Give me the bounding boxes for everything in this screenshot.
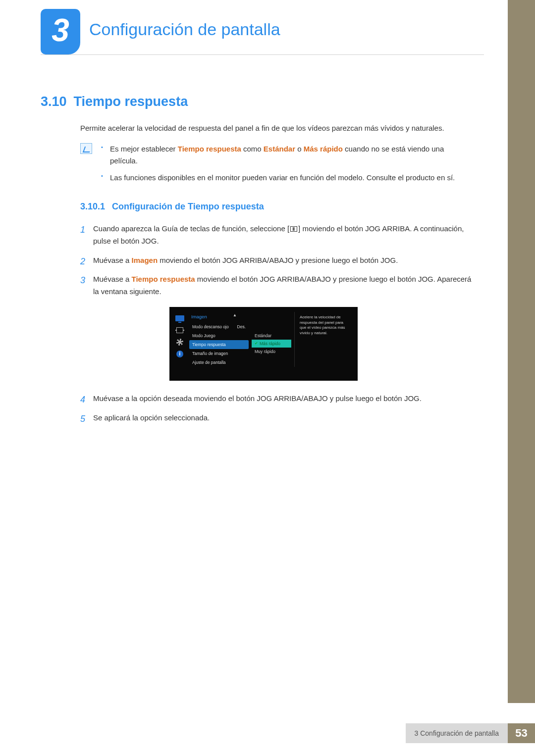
osd-menu: Imagen▲ Modo descanso ojoDes. Modo Juego… bbox=[189, 312, 249, 367]
highlight: Más rápido bbox=[304, 145, 343, 153]
steps-list: 1 Cuando aparezca la Guía de teclas de f… bbox=[80, 223, 472, 298]
step-item: 1 Cuando aparezca la Guía de teclas de f… bbox=[80, 223, 472, 248]
osd-menu-item: Tamaño de imagen bbox=[189, 349, 249, 358]
osd-description: Acelere la velocidad de respuesta del pa… bbox=[294, 312, 353, 367]
page-footer: 3 Configuración de pantalla 53 bbox=[0, 723, 535, 743]
menu-icon bbox=[290, 226, 297, 232]
step-item: 5 Se aplicará la opción seleccionada. bbox=[80, 412, 472, 424]
osd-menu-item-selected: Tiempo respuesta bbox=[189, 340, 249, 349]
subsection-heading: 3.10.1Configuración de Tiempo respuesta bbox=[80, 202, 472, 212]
monitor-icon bbox=[175, 315, 184, 322]
info-icon: i bbox=[175, 351, 184, 357]
note-block: Es mejor establecer Tiempo respuesta com… bbox=[80, 143, 472, 189]
chevron-up-icon: ▲ bbox=[233, 313, 237, 317]
step-number: 1 bbox=[80, 223, 85, 238]
section-intro: Permite acelerar la velocidad de respues… bbox=[80, 122, 472, 134]
step-number: 3 bbox=[80, 273, 85, 288]
osd-menu-item: Ajuste de pantalla bbox=[189, 358, 249, 367]
osd-menu-item: Modo Juego bbox=[189, 331, 249, 340]
step-item: 3 Muévase a Tiempo respuesta moviendo el… bbox=[80, 273, 472, 298]
section-title: Tiempo respuesta bbox=[74, 94, 188, 109]
note-icon bbox=[80, 143, 92, 154]
section-heading: 3.10Tiempo respuesta bbox=[41, 94, 472, 109]
step-item: 2 Muévase a Imagen moviendo el botón JOG… bbox=[80, 254, 472, 267]
osd-menu-header: Imagen▲ bbox=[189, 312, 249, 322]
osd-submenu: Estándar Más rápido Muy rápido bbox=[252, 312, 291, 367]
chapter-number-badge: 3 bbox=[41, 9, 80, 54]
divider bbox=[41, 54, 484, 55]
subsection-title: Configuración de Tiempo respuesta bbox=[112, 202, 264, 211]
subsection-number: 3.10.1 bbox=[80, 202, 105, 211]
step-number: 5 bbox=[80, 412, 85, 427]
footer-chapter-label: 3 Configuración de pantalla bbox=[406, 723, 508, 743]
highlight: Imagen bbox=[132, 256, 158, 264]
footer-page-number: 53 bbox=[508, 723, 535, 743]
osd-menu-item: Modo descanso ojoDes. bbox=[189, 322, 249, 331]
highlight: Tiempo respuesta bbox=[132, 275, 195, 283]
highlight: Estándar bbox=[264, 145, 295, 153]
chapter-title: Configuración de pantalla bbox=[89, 20, 280, 39]
section-number: 3.10 bbox=[41, 94, 67, 109]
osd-option-selected: Más rápido bbox=[252, 340, 291, 348]
side-stripe bbox=[508, 0, 535, 703]
osd-sidebar: i bbox=[174, 312, 185, 367]
gear-icon bbox=[175, 339, 184, 346]
step-item: 4 Muévase a la opción deseada moviendo e… bbox=[80, 393, 472, 405]
step-number: 4 bbox=[80, 393, 85, 407]
osd-option: Muy rápido bbox=[252, 348, 291, 355]
highlight: Tiempo respuesta bbox=[178, 145, 241, 153]
steps-list-cont: 4 Muévase a la opción deseada moviendo e… bbox=[80, 393, 472, 424]
osd-option: Estándar bbox=[252, 332, 291, 340]
osd-screenshot: i Imagen▲ Modo descanso ojoDes. Modo Jue… bbox=[169, 307, 358, 381]
resize-icon bbox=[175, 327, 184, 334]
note-list: Es mejor establecer Tiempo respuesta com… bbox=[101, 143, 472, 189]
note-item: Las funciones disponibles en el monitor … bbox=[101, 172, 472, 184]
note-item: Es mejor establecer Tiempo respuesta com… bbox=[101, 143, 472, 167]
step-number: 2 bbox=[80, 254, 85, 269]
